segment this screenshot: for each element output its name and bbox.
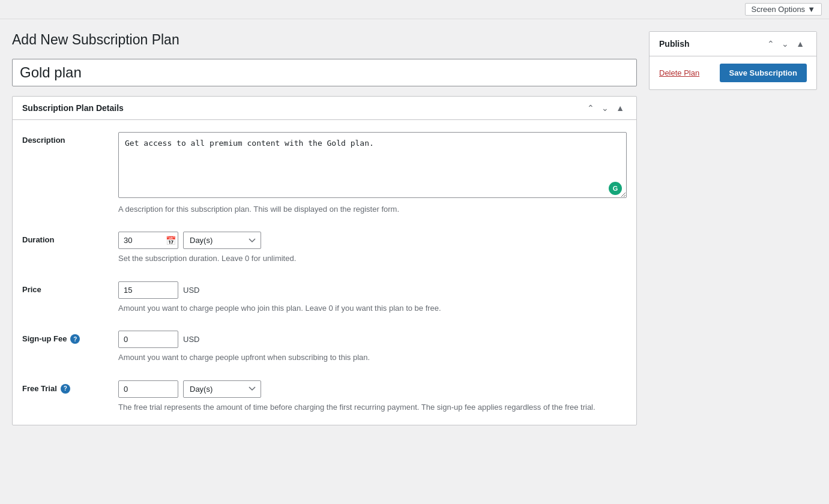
price-row: Price USD Amount you want to charge peop… (22, 281, 627, 314)
page-title: Add New Subscription Plan (12, 31, 637, 49)
description-label: Description (22, 132, 106, 145)
main-wrapper: Add New Subscription Plan Subscription P… (0, 19, 829, 437)
signup-fee-row: Sign-up Fee ? USD Amount you want to cha… (22, 331, 627, 364)
publish-collapse-down-button[interactable]: ⌄ (779, 38, 791, 50)
plan-name-input[interactable] (12, 59, 637, 86)
free-trial-inputs: Day(s) Week(s) Month(s) Year(s) (118, 380, 627, 398)
free-trial-field: Day(s) Week(s) Month(s) Year(s) The free… (118, 380, 627, 413)
description-field: Get access to all premium content with t… (118, 132, 627, 215)
price-label: Price (22, 281, 106, 294)
section-header: Subscription Plan Details ⌃ ⌄ ▲ (13, 97, 636, 120)
description-help-text: A description for this subscription plan… (118, 203, 627, 215)
signup-fee-help-text: Amount you want to charge people upfront… (118, 352, 627, 364)
save-subscription-button[interactable]: Save Subscription (720, 64, 807, 82)
sidebar: Publish ⌃ ⌄ ▲ Delete Plan Save Subscript… (649, 31, 817, 425)
grammarly-icon: G (609, 182, 622, 195)
section-title: Subscription Plan Details (22, 103, 124, 113)
textarea-wrapper: Get access to all premium content with t… (118, 132, 627, 200)
section-toggle-button[interactable]: ▲ (613, 103, 627, 113)
duration-label: Duration (22, 232, 106, 244)
free-trial-help-text: The free trial represents the amount of … (118, 401, 627, 413)
publish-header-controls: ⌃ ⌄ ▲ (765, 38, 807, 50)
section-collapse-up-button[interactable]: ⌃ (585, 103, 597, 113)
publish-box: Publish ⌃ ⌄ ▲ Delete Plan Save Subscript… (649, 31, 817, 90)
free-trial-help-icon[interactable]: ? (61, 384, 70, 394)
price-inputs: USD (118, 281, 627, 299)
publish-header: Publish ⌃ ⌄ ▲ (650, 32, 816, 56)
publish-body: Delete Plan Save Subscription (650, 56, 816, 89)
screen-options-label: Screen Options (752, 5, 806, 14)
signup-fee-field: USD Amount you want to charge people upf… (118, 331, 627, 364)
duration-help-text: Set the subscription duration. Leave 0 f… (118, 253, 627, 265)
duration-calendar-icon[interactable]: 📅 (166, 236, 176, 245)
price-field: USD Amount you want to charge people who… (118, 281, 627, 314)
free-trial-label: Free Trial ? (22, 380, 106, 394)
price-currency: USD (183, 286, 199, 295)
duration-field: 📅 Day(s) Week(s) Month(s) Year(s) Set th… (118, 232, 627, 265)
duration-number-wrapper: 📅 (118, 232, 178, 249)
subscription-plan-details-section: Subscription Plan Details ⌃ ⌄ ▲ Descript… (12, 96, 637, 426)
description-textarea[interactable]: Get access to all premium content with t… (118, 132, 627, 198)
section-collapse-down-button[interactable]: ⌄ (599, 103, 611, 113)
free-trial-row: Free Trial ? Day(s) Week(s) Month(s) Yea… (22, 380, 627, 413)
duration-row: Duration 📅 Day(s) Week(s) Month(s) (22, 232, 627, 265)
duration-inputs: 📅 Day(s) Week(s) Month(s) Year(s) (118, 232, 627, 249)
top-bar: Screen Options ▼ (0, 0, 829, 19)
screen-options-button[interactable]: Screen Options ▼ (745, 3, 822, 16)
content-area: Add New Subscription Plan Subscription P… (12, 31, 637, 425)
publish-collapse-up-button[interactable]: ⌃ (765, 38, 777, 50)
signup-fee-currency: USD (183, 335, 199, 344)
section-body: Description Get access to all premium co… (13, 120, 636, 425)
price-help-text: Amount you want to charge people who joi… (118, 302, 627, 314)
screen-options-arrow: ▼ (807, 5, 815, 14)
price-input[interactable] (118, 281, 178, 299)
free-trial-unit-select[interactable]: Day(s) Week(s) Month(s) Year(s) (183, 380, 261, 398)
free-trial-number-input[interactable] (118, 380, 178, 398)
section-controls: ⌃ ⌄ ▲ (585, 103, 627, 113)
publish-toggle-button[interactable]: ▲ (794, 38, 807, 50)
signup-fee-label: Sign-up Fee ? (22, 331, 106, 344)
signup-fee-input[interactable] (118, 331, 178, 348)
signup-fee-inputs: USD (118, 331, 627, 348)
signup-fee-help-icon[interactable]: ? (70, 334, 80, 344)
delete-plan-button[interactable]: Delete Plan (659, 68, 699, 77)
publish-title: Publish (659, 39, 690, 49)
duration-unit-select[interactable]: Day(s) Week(s) Month(s) Year(s) (183, 232, 261, 249)
description-row: Description Get access to all premium co… (22, 132, 627, 215)
